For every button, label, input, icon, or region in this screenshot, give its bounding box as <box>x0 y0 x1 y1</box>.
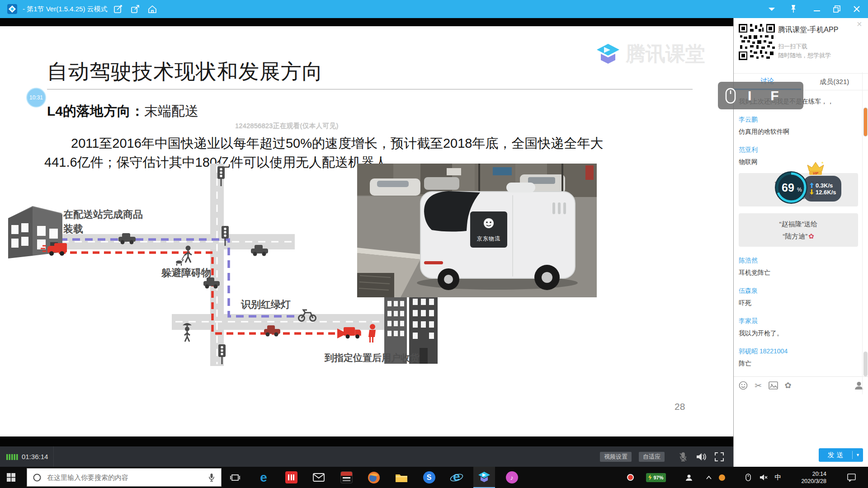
adaptive-quality-button[interactable]: 自适应 <box>639 452 665 462</box>
search-input[interactable] <box>46 473 208 482</box>
tray-person-icon[interactable] <box>684 467 694 488</box>
close-icon[interactable] <box>850 2 863 16</box>
battery-percent: 97% <box>653 475 663 480</box>
window-title: - 第1节 Ver(1.5.4.25) 云模式 <box>23 5 108 14</box>
start-button[interactable] <box>0 467 22 488</box>
slide-heading-bold: L4的落地方向： <box>47 103 144 118</box>
emoji-icon[interactable] <box>737 380 749 391</box>
progress-circle-overlay: 69 % <box>774 170 808 205</box>
home-icon[interactable] <box>146 2 159 16</box>
chat-text: 仿真用的啥软件啊 <box>739 128 858 136</box>
download-arrow-icon <box>810 189 814 195</box>
tray-battery-indicator[interactable]: 97% <box>644 467 668 488</box>
chat-username[interactable]: 范亚利 <box>739 146 858 154</box>
gift-flower-icon[interactable]: ✿ <box>782 380 794 391</box>
tencent-classroom-logo-icon <box>595 42 621 66</box>
tray-show-hidden-icon[interactable] <box>703 467 714 488</box>
chat-username[interactable]: 郭砚昭 18221004 <box>739 347 858 356</box>
search-mic-icon[interactable] <box>208 473 215 482</box>
brand-watermark-text: 腾讯课堂 <box>626 41 705 67</box>
tray-orange-app-icon[interactable] <box>717 467 727 488</box>
jd-delivery-robot: 京东物流 <box>420 183 575 290</box>
member-person-icon[interactable] <box>853 380 865 391</box>
sogou-input-icon[interactable]: S <box>418 467 440 488</box>
speaker-icon[interactable] <box>693 452 709 461</box>
tray-speaker-muted-icon[interactable] <box>759 467 769 488</box>
taskbar-search[interactable] <box>27 468 222 487</box>
dictionary-app-icon[interactable] <box>335 467 357 488</box>
slide-canvas: 腾讯课堂 自动驾驶技术现状和发展方向 10:31 L4的落地方向：末端配送 12… <box>0 26 733 436</box>
chat-username[interactable]: 李家晨 <box>739 317 858 325</box>
label-load-line2: 装载 <box>63 223 83 235</box>
task-view-button[interactable] <box>226 467 244 488</box>
edit-icon[interactable] <box>111 2 125 16</box>
dropdown-icon[interactable] <box>765 2 778 16</box>
chat-input[interactable] <box>734 393 868 446</box>
tray-time: 20:14 <box>788 470 826 478</box>
image-icon[interactable] <box>767 380 779 391</box>
red-media-app-icon[interactable] <box>280 467 302 488</box>
tray-red-app-icon[interactable] <box>625 467 636 488</box>
vip-crown-icon: VIP <box>807 161 825 177</box>
rose-icon: ✿ <box>808 232 814 240</box>
scrollbar-thumb[interactable] <box>863 352 868 376</box>
cortana-icon <box>33 473 42 482</box>
chat-username[interactable]: 李云鹏 <box>739 116 858 124</box>
qr-close-icon[interactable]: × <box>857 19 862 29</box>
tencent-classroom-app-icon[interactable] <box>473 467 495 488</box>
share-icon[interactable] <box>128 2 142 16</box>
pin-icon[interactable] <box>787 2 800 16</box>
send-button[interactable]: 发送 ▼ <box>819 448 863 462</box>
title-divider <box>47 89 693 89</box>
scrollbar-thumb-orange[interactable] <box>863 108 868 136</box>
app-logo-icon <box>5 2 19 16</box>
slide-heading: L4的落地方向：末端配送 <box>47 102 198 121</box>
fullscreen-icon[interactable] <box>712 452 727 461</box>
chat-message: 陈浩然 耳机党阵亡 <box>739 257 858 277</box>
edge-browser-icon[interactable]: e <box>253 467 274 488</box>
label-avoid: 躲避障碍物 <box>161 267 211 278</box>
signal-bars-icon <box>6 453 18 460</box>
window-titlebar: - 第1节 Ver(1.5.4.25) 云模式 <box>0 0 868 18</box>
recorder-clock-badge: 10:31 <box>26 88 46 108</box>
chat-message: 李家晨 我以为开枪了。 <box>739 317 858 338</box>
mail-app-icon[interactable] <box>308 467 330 488</box>
chat-text: 吓死 <box>739 299 858 307</box>
robot-screen-text: 京东物流 <box>477 235 500 242</box>
chat-message: 郭砚昭 18221004 阵亡 <box>739 347 858 368</box>
label-load-line1: 在配送站完成商品 <box>63 209 143 220</box>
key-label-1: I <box>748 88 751 103</box>
slide-title: 自动驾驶技术现状和发展方向 <box>47 58 323 86</box>
screenshot-scissors-icon[interactable]: ✂ <box>752 380 764 391</box>
music-app-icon[interactable]: ♪ <box>501 467 523 488</box>
chat-message-list: 我妈上次还问我是不是在练车，， 李云鹏 仿真用的啥软件啊 范亚利 物联网 “1”… <box>734 90 863 368</box>
gift-message: “赵福隆”送给 “陆方迪”✿ <box>739 213 858 247</box>
page-number: 28 <box>675 401 685 412</box>
microphone-muted-icon[interactable] <box>675 452 691 461</box>
chat-message: 伍森泉 吓死 <box>739 287 858 307</box>
slide-heading-rest: 末端配送 <box>144 103 198 118</box>
file-explorer-icon[interactable] <box>391 467 412 488</box>
action-center-icon[interactable] <box>844 467 858 488</box>
firefox-browser-icon[interactable] <box>363 467 385 488</box>
send-dropdown-icon[interactable]: ▼ <box>853 453 863 457</box>
restore-icon[interactable] <box>830 2 844 16</box>
tray-ime-indicator[interactable]: 中 <box>772 467 784 488</box>
tab-members[interactable]: 成员(321) <box>801 74 868 90</box>
gift-verb: 送给 <box>804 220 818 228</box>
internet-explorer-icon[interactable]: e <box>446 467 467 488</box>
chat-username[interactable]: 伍森泉 <box>739 287 858 295</box>
minimize-icon[interactable] <box>810 2 824 16</box>
video-settings-button[interactable]: 视频设置 <box>600 452 632 462</box>
video-letterbox-top <box>0 18 733 26</box>
tray-clock[interactable]: 20:14 2020/3/28 <box>788 467 829 488</box>
network-speed-overlay: 0.3K/s 12.6K/s <box>803 176 841 202</box>
video-letterbox-bottom <box>0 436 733 446</box>
chat-text: 物联网 <box>739 158 858 166</box>
gift-recipient: “陆方迪” <box>783 232 807 240</box>
mouse-icon <box>725 88 736 104</box>
chat-username[interactable]: 陈浩然 <box>739 257 858 265</box>
qr-panel-subtitle-2: 随时随地，想学就学 <box>778 52 831 60</box>
tray-mouse-icon[interactable] <box>743 467 753 488</box>
tray-date: 2020/3/28 <box>788 478 826 485</box>
